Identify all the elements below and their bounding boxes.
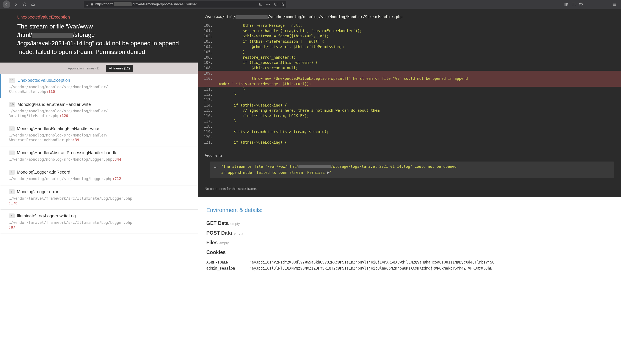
cookie-value: "eyJpdiI6IlJlRlJIQXNvNzV0MXZIZDFYSk1QT2c… (249, 266, 612, 270)
back-button[interactable] (2, 0, 10, 8)
env-cookies-label: Cookies (206, 249, 225, 255)
code-line: 104. @chmod($this->url, $this->filePermi… (198, 44, 621, 50)
frame-number: 6 (9, 189, 15, 194)
frame-path: …/vendor/monolog/monolog/src/Monolog/Han… (9, 85, 192, 94)
environment-section: Environment & details: GET Dataempty POS… (198, 197, 621, 364)
stack-frame[interactable]: 6Monolog\Logger error…/vendor/laravel/fr… (0, 185, 198, 209)
right-column: /var/www/html//vendor/monolog/monolog/sr… (198, 9, 621, 364)
frame-path: …/vendor/monolog/monolog/src/Monolog/Log… (9, 176, 192, 181)
forward-button[interactable] (13, 1, 19, 8)
argument-item: 1. "The stream or file "/var/www/html//s… (214, 164, 610, 175)
url-text: https://portaxxxlaravel-filemanager/phot… (95, 2, 197, 6)
pocket-icon[interactable] (274, 2, 278, 6)
stack-frame[interactable]: 9Monolog\Handler\RotatingFileHandler wri… (0, 122, 198, 146)
home-button[interactable] (30, 1, 36, 8)
cookie-key: admin_session (206, 266, 237, 270)
bookmark-star-icon[interactable] (281, 2, 285, 6)
frame-path: …/vendor/monolog/monolog/src/Monolog/Han… (9, 109, 192, 118)
arguments-section: Arguments 1. "The stream or file "/var/w… (198, 149, 621, 184)
stack-frame[interactable]: 8Monolog\Handler\AbstractProcessingHandl… (0, 146, 198, 166)
code-section: /var/www/html//vendor/monolog/monolog/sr… (198, 9, 621, 149)
frame-title: Monolog\Logger error (17, 189, 58, 194)
tab-application-frames[interactable]: Application frames (1) (65, 65, 103, 72)
env-postdata-label: POST Data (206, 230, 232, 236)
code-line: 118. (198, 124, 621, 129)
frame-path: …/vendor/laravel/framework/src/Illuminat… (9, 196, 192, 206)
stack-comments: No comments for this stack frame. (198, 184, 621, 197)
reader-icon[interactable] (259, 2, 262, 6)
page-actions-icon[interactable]: ••• (265, 2, 271, 7)
frame-title: Monolog\Logger addRecord (17, 170, 70, 175)
code-block: 100. $this->errorMessage = null;101. set… (198, 23, 621, 149)
code-line: 111. } (198, 87, 621, 92)
code-line: 102. $this->stream = fopen($this->url, '… (198, 34, 621, 39)
code-line: 117. } (198, 119, 621, 124)
lock-icon (91, 2, 94, 6)
env-getdata-label: GET Data (206, 220, 229, 226)
cookie-row: admin_session"eyJpdiI6IlJlRlJIQXNvNzV0MX… (206, 265, 612, 271)
frame-title: Monolog\Handler\StreamHandler write (17, 102, 91, 107)
frame-tabs: Application frames (1) All frames (12) (0, 63, 198, 74)
account-icon[interactable] (579, 2, 583, 6)
url-bar[interactable]: https://portaxxxlaravel-filemanager/phot… (84, 1, 286, 8)
frame-number: 7 (9, 170, 15, 175)
cookie-key: XSRF-TOKEN (206, 260, 237, 264)
code-line: 120. (198, 134, 621, 140)
tab-all-frames[interactable]: All frames (12) (106, 65, 133, 72)
arguments-label: Arguments (205, 153, 614, 158)
svg-rect-0 (91, 4, 93, 5)
reload-button[interactable] (21, 1, 28, 8)
frame-title: Monolog\Handler\AbstractProcessingHandle… (17, 150, 117, 155)
code-line: 109. (198, 71, 621, 76)
code-line: 116. flock($this->stream, LOCK_EX); (198, 113, 621, 119)
code-line: 103. if ($this->filePermission !== null)… (198, 39, 621, 44)
cookie-value: "eyJpdiI6InVZR1dYZW00dlVYWG5aSkhGSVQ2RXc… (249, 260, 612, 264)
frame-number: 10 (9, 102, 15, 107)
left-column: UnexpectedValueException The stream or f… (0, 9, 198, 364)
code-line: 113. (198, 97, 621, 103)
code-line: 105. } (198, 49, 621, 55)
code-line: 100. $this->errorMessage = null; (198, 23, 621, 28)
code-line: 119. $this->streamWrite($this->stream, $… (198, 129, 621, 135)
svg-rect-2 (572, 3, 575, 6)
shield-icon (85, 2, 89, 6)
error-header: UnexpectedValueException The stream or f… (0, 9, 198, 63)
stack-frame[interactable]: 7Monolog\Logger addRecord…/vendor/monolo… (0, 166, 198, 185)
frame-path: …/vendor/laravel/framework/src/Illuminat… (9, 220, 192, 230)
argument-list: 1. "The stream or file "/var/www/html//s… (210, 161, 614, 178)
frame-number: 11 (9, 78, 15, 83)
frame-title: Monolog\Handler\RotatingFileHandler writ… (17, 126, 99, 131)
frame-number: 9 (9, 126, 15, 131)
frame-number: 8 (9, 151, 15, 155)
frame-title: Illuminate\Log\Logger writeLog (17, 213, 76, 218)
cookies-table: XSRF-TOKEN"eyJpdiI6InVZR1dYZW00dlVYWG5aS… (206, 259, 612, 271)
code-line: 101. set_error_handler(array($this, 'cus… (198, 28, 621, 34)
frame-path: …/vendor/monolog/monolog/src/Monolog/Han… (9, 133, 192, 142)
code-line: 110. throw new \UnexpectedValueException… (198, 76, 621, 81)
frame-title: UnexpectedValueException (17, 78, 70, 83)
env-files-label: Files (206, 240, 218, 246)
expand-icon[interactable]: ▶ (327, 170, 330, 175)
exception-class: UnexpectedValueException (17, 15, 189, 20)
environment-heading: Environment & details: (206, 207, 612, 213)
code-line: 112. } (198, 92, 621, 97)
stack-frame[interactable]: 10Monolog\Handler\StreamHandler write…/v… (0, 98, 198, 122)
browser-toolbar: https://portaxxxlaravel-filemanager/phot… (0, 0, 621, 9)
stack-frame[interactable]: 11UnexpectedValueException…/vendor/monol… (0, 74, 198, 98)
file-path: /var/www/html//vendor/monolog/monolog/sr… (198, 15, 621, 23)
svg-point-4 (581, 3, 582, 4)
code-line: 114. if ($this->useLocking) { (198, 103, 621, 108)
frame-number: 5 (9, 213, 15, 218)
library-icon[interactable] (564, 2, 568, 6)
frames-list[interactable]: 11UnexpectedValueException…/vendor/monol… (0, 74, 198, 364)
code-line: 107. if (!is_resource($this->stream)) { (198, 60, 621, 65)
exception-message: The stream or file "/var/www /html//stor… (17, 22, 189, 56)
sidebar-icon[interactable] (571, 2, 576, 6)
frame-path: …/vendor/monolog/monolog/src/Monolog/Log… (9, 157, 192, 162)
menu-icon[interactable] (612, 2, 617, 6)
stack-frame[interactable]: 5Illuminate\Log\Logger writeLog…/vendor/… (0, 209, 198, 234)
code-line: 106. restore_error_handler(); (198, 55, 621, 60)
cookie-row: XSRF-TOKEN"eyJpdiI6InVZR1dYZW00dlVYWG5aS… (206, 259, 612, 265)
code-line: 115. // ignoring errors here, there's no… (198, 108, 621, 113)
code-line: 108. $this->stream = null; (198, 65, 621, 71)
